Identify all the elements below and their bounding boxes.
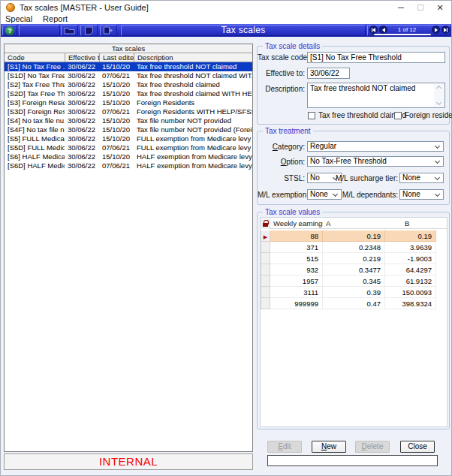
minimize-button[interactable]: [391, 1, 411, 14]
tax-scales-list: Tax scales CodeEffective toLast editedDe…: [4, 44, 253, 452]
menu-item-special[interactable]: Special: [1, 14, 38, 24]
cell-code: [S1D] No Tax Free...: [5, 71, 65, 80]
cell-effective-to: 30/06/22: [65, 107, 99, 116]
row-selector[interactable]: [261, 298, 270, 309]
note-button[interactable]: [80, 25, 98, 36]
cell-weekly-earnings: 3111: [270, 287, 323, 298]
menu-bar: SpecialReport: [1, 14, 451, 24]
cell-b: 150.0093: [385, 287, 436, 298]
cell-code: [S2] Tax Free Thre...: [5, 80, 65, 89]
values-row[interactable]: 3710.23483.9639: [261, 242, 436, 253]
scroll-down-icon[interactable]: [436, 100, 441, 105]
column-header-last-edited[interactable]: Last edited: [99, 53, 134, 62]
group-title: Tax treatment: [263, 127, 313, 135]
help-icon: ?: [5, 26, 14, 35]
close-window-button[interactable]: ✕: [430, 1, 450, 14]
cell-last-edited: 07/06/21: [99, 143, 134, 152]
ml-dependants-dropdown[interactable]: None: [399, 189, 444, 200]
edit-button: Edit: [267, 441, 302, 453]
menu-item-report[interactable]: Report: [38, 14, 73, 24]
delete-button: Delete: [355, 441, 390, 453]
tax-scale-values-group: Tax scale values Weekly earnings▲ A B ▶8…: [257, 212, 450, 429]
column-header-code[interactable]: Code: [5, 53, 65, 62]
values-row[interactable]: 9999990.47398.9324: [261, 298, 436, 309]
cell-code: [S4F] No tax file nu...: [5, 125, 65, 134]
page-indicator-underline: [374, 34, 431, 35]
cell-code: [S5] FULL Medicar...: [5, 134, 65, 143]
last-record-button[interactable]: [441, 26, 450, 34]
cell-last-edited: 15/10/20: [99, 116, 134, 125]
values-row[interactable]: ▶880.190.19: [261, 230, 436, 242]
folder-icon: [64, 26, 75, 35]
option-dropdown[interactable]: No Tax-Free Threshold: [307, 156, 444, 167]
b-column-header[interactable]: B: [385, 218, 436, 229]
export-button[interactable]: [100, 25, 117, 36]
row-selector[interactable]: [261, 287, 270, 298]
table-row[interactable]: [S4] No tax file nu...30/06/2215/10/20Ta…: [5, 116, 252, 125]
row-selector[interactable]: [261, 242, 270, 253]
cell-last-edited: 15/10/20: [99, 98, 134, 107]
cell-b: 3.9639: [385, 242, 436, 253]
maximize-button: [411, 1, 430, 14]
table-row[interactable]: [S2D] Tax Free Th...30/06/2215/10/20Tax …: [5, 89, 252, 98]
close-button[interactable]: Close: [400, 441, 435, 453]
cell-effective-to: 30/06/22: [65, 134, 99, 143]
cell-code: [S6D] HALF Medic...: [5, 161, 65, 170]
description-scrollbar[interactable]: [434, 84, 444, 107]
table-row[interactable]: [S5D] FULL Medic...30/06/2207/06/21FULL …: [5, 143, 252, 152]
description-input[interactable]: Tax free threshold NOT claimed: [307, 83, 445, 108]
table-row[interactable]: [S3] Foreign Resid...30/06/2215/10/20For…: [5, 98, 252, 107]
row-selector[interactable]: ▶: [261, 230, 270, 242]
toolbar-title: Tax scales: [121, 25, 366, 36]
open-button[interactable]: [61, 25, 78, 36]
table-row[interactable]: [S4F] No tax file nu...30/06/2215/10/20T…: [5, 125, 252, 134]
first-record-button[interactable]: [369, 26, 378, 34]
foreign-resident-checkbox[interactable]: [394, 112, 402, 119]
list-title: Tax scales: [5, 44, 252, 53]
row-selector[interactable]: [261, 264, 270, 276]
window-title: Tax scales [MASTER - User Guide]: [20, 3, 149, 12]
table-row[interactable]: [S5] FULL Medicar...30/06/2215/10/20FULL…: [5, 134, 252, 143]
table-row[interactable]: [S2] Tax Free Thre...30/06/2215/10/20Tax…: [5, 80, 252, 89]
app-icon: [6, 3, 15, 12]
values-row[interactable]: 19570.34561.9132: [261, 276, 436, 287]
weekly-earnings-column-header[interactable]: Weekly earnings▲: [270, 218, 323, 229]
cell-a: 0.345: [323, 276, 385, 287]
column-header-description[interactable]: Description: [134, 53, 252, 62]
tax-free-threshold-checkbox[interactable]: [308, 112, 315, 119]
cell-effective-to: 30/06/22: [65, 161, 99, 170]
effective-to-input[interactable]: 30/06/22: [307, 68, 350, 79]
chevron-down-icon: [435, 175, 440, 180]
values-row[interactable]: 9320.347764.4297: [261, 264, 436, 276]
row-selector[interactable]: [261, 276, 270, 287]
cell-description: Tax file number NOT provided: [134, 116, 252, 125]
cell-weekly-earnings: 999999: [270, 298, 323, 309]
tax-scale-code-label: Tax scale code:: [258, 53, 305, 62]
tax-treatment-group: Tax treatment Category: Regular Option: …: [257, 131, 450, 205]
cell-description: Tax file number NOT provided (Foreign): [134, 125, 252, 134]
new-button[interactable]: New: [312, 441, 346, 453]
table-row[interactable]: [S3D] Foreign Resi...30/06/2207/06/21For…: [5, 107, 252, 116]
cell-weekly-earnings: 932: [270, 264, 323, 276]
row-selector[interactable]: [261, 253, 270, 264]
table-row[interactable]: [S6] HALF Medicar...30/06/2215/10/20HALF…: [5, 152, 252, 161]
cell-a: 0.47: [323, 298, 385, 309]
values-row[interactable]: 31110.39150.0093: [261, 287, 436, 298]
category-dropdown[interactable]: Regular: [307, 141, 444, 152]
cell-effective-to: 30/06/22: [65, 71, 99, 80]
tax-scale-code-input[interactable]: [S1] No Tax Free Threshold: [307, 52, 445, 63]
table-row[interactable]: [S1] No Tax Free ...30/06/2215/10/20Tax …: [5, 62, 252, 71]
cell-effective-to: 30/06/22: [65, 62, 99, 71]
a-column-header[interactable]: A: [323, 218, 385, 229]
export-icon: [103, 26, 114, 35]
cell-a: 0.2348: [323, 242, 385, 253]
table-row[interactable]: [S1D] No Tax Free...30/06/2207/06/21Tax …: [5, 71, 252, 80]
scroll-up-icon[interactable]: [436, 86, 441, 91]
stsl-label: STSL:: [258, 173, 305, 183]
next-record-button[interactable]: [432, 26, 440, 34]
values-row[interactable]: 5150.219-1.9003: [261, 253, 436, 264]
column-header-effective-to[interactable]: Effective to: [65, 53, 99, 62]
ml-surcharge-dropdown[interactable]: None: [399, 173, 444, 183]
help-button[interactable]: ?: [2, 25, 17, 36]
table-row[interactable]: [S6D] HALF Medic...30/06/2207/06/21HALF …: [5, 161, 252, 170]
